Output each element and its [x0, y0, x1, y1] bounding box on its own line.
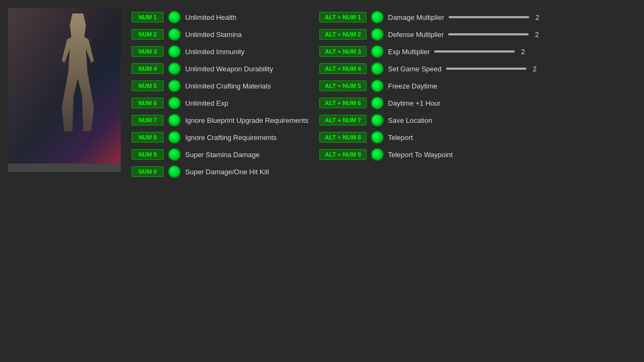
alt-toggle-switch[interactable] [371, 148, 384, 161]
key-badge[interactable]: NUM 7 [131, 115, 164, 125]
option-label: Unlimited Immunity [185, 48, 245, 56]
key-badge[interactable]: NUM 8 [131, 132, 164, 143]
left-panel [8, 8, 121, 182]
key-badge[interactable]: NUM 3 [131, 46, 164, 57]
alt-option-row: ALT + NUM 3Exp Multiplier2 [319, 45, 636, 58]
alt-toggle-switch[interactable] [371, 11, 384, 24]
cover-overlay [8, 8, 121, 164]
option-row: NUM 8Ignore Crafting Requirements [131, 131, 303, 144]
option-label: Ignore Blueprint Upgrade Requirements [185, 116, 309, 124]
toggle-switch[interactable] [168, 97, 181, 109]
option-label: Unlimited Stamina [185, 31, 242, 39]
option-row: NUM 2Unlimited Stamina [131, 28, 303, 41]
slider-container: 2 [434, 48, 525, 56]
alt-option-row: ALT + NUM 7Save Location [319, 114, 636, 127]
alt-option-row: ALT + NUM 9Teleport To Waypoint [319, 148, 636, 161]
slider-container: 2 [449, 13, 539, 21]
alt-toggle-switch[interactable] [371, 131, 384, 144]
slider-fill [448, 33, 529, 35]
alt-toggle-switch[interactable] [371, 114, 384, 127]
toggle-switch[interactable] [168, 148, 181, 161]
option-label: Unlimited Crafting Materials [185, 82, 271, 90]
alt-option-label: Freeze Daytime [388, 82, 437, 90]
alt-toggle-switch[interactable] [371, 97, 384, 109]
alt-option-row: ALT + NUM 4Set Game Speed2 [319, 62, 636, 75]
toggle-switch[interactable] [168, 114, 181, 127]
option-label: Ignore Crafting Requirements [185, 134, 277, 142]
alt-option-row: ALT + NUM 1Damage Multiplier2 [319, 11, 636, 24]
key-badge[interactable]: NUM 0 [131, 166, 164, 177]
option-row: NUM 5Unlimited Crafting Materials [131, 79, 303, 92]
alt-options-column: ALT + NUM 1Damage Multiplier2ALT + NUM 2… [319, 11, 636, 182]
key-badge[interactable]: NUM 4 [131, 63, 164, 74]
slider-container: 2 [446, 65, 537, 73]
slider-fill [449, 16, 529, 18]
option-label: Unlimited Health [185, 13, 236, 21]
option-row: NUM 7Ignore Blueprint Upgrade Requiremen… [131, 114, 303, 127]
toggle-switch[interactable] [168, 131, 181, 144]
option-row: NUM 0Super Damage/One Hit Kill [131, 165, 303, 178]
trainer-label [8, 164, 121, 172]
slider-track[interactable] [446, 68, 526, 70]
alt-toggle-switch[interactable] [371, 79, 384, 92]
option-row: NUM 6Unlimited Exp [131, 97, 303, 109]
slider-value: 2 [533, 65, 537, 73]
slider-track[interactable] [434, 50, 515, 53]
slider-value: 2 [521, 48, 525, 56]
alt-key-badge[interactable]: ALT + NUM 1 [319, 12, 367, 23]
toggle-switch[interactable] [168, 79, 181, 92]
slider-track[interactable] [449, 16, 529, 18]
alt-option-label: Save Location [388, 116, 432, 124]
alt-option-label: Exp Multiplier [388, 48, 430, 56]
key-badge[interactable]: NUM 2 [131, 29, 164, 40]
alt-toggle-switch[interactable] [371, 28, 384, 41]
slider-fill [434, 50, 515, 53]
toggle-switch[interactable] [168, 62, 181, 75]
option-row: NUM 4Unlimited Weapon Durability [131, 62, 303, 75]
toggle-switch[interactable] [168, 11, 181, 24]
alt-key-badge[interactable]: ALT + NUM 9 [319, 149, 367, 160]
option-label: Super Damage/One Hit Kill [185, 168, 269, 176]
slider-value: 2 [536, 13, 539, 21]
simple-options-column: NUM 1Unlimited HealthNUM 2Unlimited Stam… [131, 11, 303, 182]
alt-key-badge[interactable]: ALT + NUM 2 [319, 29, 367, 40]
alt-option-label: Defense Multiplier [388, 31, 444, 39]
alt-key-badge[interactable]: ALT + NUM 4 [319, 63, 367, 74]
toggle-switch[interactable] [168, 28, 181, 41]
option-label: Unlimited Weapon Durability [185, 65, 273, 73]
alt-option-label: Teleport To Waypoint [388, 151, 453, 159]
key-badge[interactable]: NUM 6 [131, 98, 164, 108]
alt-key-badge[interactable]: ALT + NUM 5 [319, 80, 367, 91]
alt-key-badge[interactable]: ALT + NUM 7 [319, 115, 367, 125]
key-badge[interactable]: NUM 5 [131, 80, 164, 91]
game-cover [8, 8, 121, 164]
alt-option-row: ALT + NUM 2Defense Multiplier2 [319, 28, 636, 41]
alt-option-row: ALT + NUM 6Daytime +1 Hour [319, 97, 636, 109]
alt-key-badge[interactable]: ALT + NUM 3 [319, 46, 367, 57]
alt-option-label: Set Game Speed [388, 65, 442, 73]
alt-option-label: Daytime +1 Hour [388, 99, 441, 107]
alt-key-badge[interactable]: ALT + NUM 8 [319, 132, 367, 143]
slider-track[interactable] [448, 33, 529, 35]
toggle-switch[interactable] [168, 165, 181, 178]
alt-option-label: Teleport [388, 134, 413, 142]
alt-toggle-switch[interactable] [371, 62, 384, 75]
toggle-switch[interactable] [168, 45, 181, 58]
alt-option-label: Damage Multiplier [388, 13, 444, 21]
key-badge[interactable]: NUM 1 [131, 12, 164, 23]
alt-option-row: ALT + NUM 5Freeze Daytime [319, 79, 636, 92]
main-window: NUM 1Unlimited HealthNUM 2Unlimited Stam… [0, 0, 644, 362]
alt-key-badge[interactable]: ALT + NUM 6 [319, 98, 367, 108]
option-label: Unlimited Exp [185, 99, 228, 107]
option-row: NUM 1Unlimited Health [131, 11, 303, 24]
slider-value: 2 [535, 31, 539, 39]
slider-fill [446, 68, 526, 70]
alt-option-row: ALT + NUM 8Teleport [319, 131, 636, 144]
alt-toggle-switch[interactable] [371, 45, 384, 58]
option-row: NUM 3Unlimited Immunity [131, 45, 303, 58]
right-panel: NUM 1Unlimited HealthNUM 2Unlimited Stam… [131, 8, 636, 182]
key-badge[interactable]: NUM 9 [131, 149, 164, 160]
option-label: Super Stamina Damage [185, 151, 260, 159]
option-row: NUM 9Super Stamina Damage [131, 148, 303, 161]
slider-container: 2 [448, 31, 539, 39]
